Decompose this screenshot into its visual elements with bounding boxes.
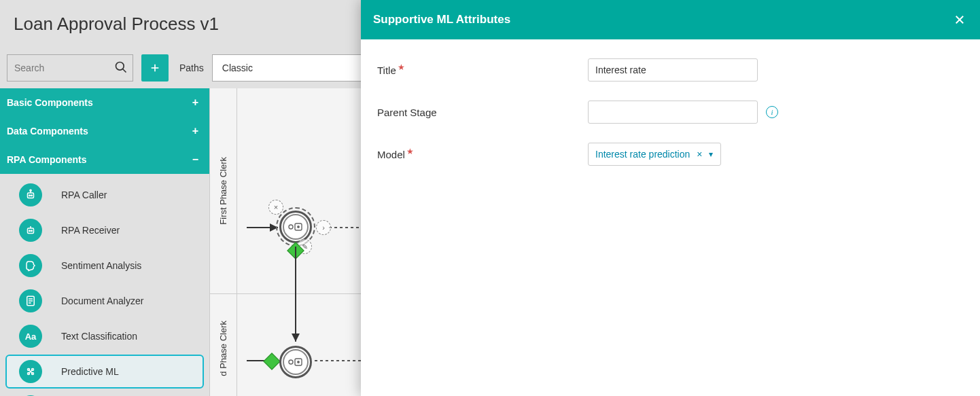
component-label: RPA Caller — [61, 190, 107, 200]
component-predictive-ml[interactable]: Predictive ML — [5, 355, 204, 389]
head-icon — [19, 254, 42, 277]
svg-point-6 — [31, 195, 33, 196]
close-icon — [953, 14, 966, 26]
svg-point-11 — [31, 230, 33, 232]
add-button[interactable] — [141, 54, 169, 82]
svg-point-5 — [29, 195, 31, 196]
chevron-down-icon[interactable]: ▾ — [709, 149, 713, 159]
sidebar: Basic Components + Data Components + RPA… — [0, 88, 209, 396]
paths-label: Paths — [179, 62, 204, 73]
rpa-component-list: RPA Caller RPA Receiver Sentiment Analys… — [0, 174, 209, 396]
node-handle-next[interactable]: › — [316, 220, 331, 235]
field-label-title: Title★ — [377, 65, 588, 76]
node-handle-close[interactable]: × — [268, 200, 283, 215]
svg-point-10 — [29, 230, 31, 232]
component-label: Document Analyzer — [61, 295, 143, 306]
text-aa-icon: Aa — [19, 325, 42, 348]
panel-body: Title★ Parent Stage i Model★ Interest ra… — [361, 39, 980, 204]
plus-icon — [150, 62, 160, 73]
field-label-parent-stage: Parent Stage — [377, 107, 588, 118]
component-rpa-caller[interactable]: RPA Caller — [5, 178, 204, 212]
svg-point-34 — [289, 360, 293, 364]
svg-point-28 — [289, 225, 293, 229]
collapse-icon: − — [192, 154, 203, 166]
field-label-model: Model★ — [377, 149, 588, 160]
workflow-node-1[interactable] — [279, 211, 312, 243]
expand-icon: + — [192, 125, 203, 137]
search-icon — [114, 60, 128, 74]
panel-title: Supportive ML Attributes — [373, 13, 510, 26]
section-label: RPA Components — [7, 154, 86, 165]
component-label: Predictive ML — [61, 366, 119, 377]
component-selenium-rpa[interactable]: Selenium RPA — [5, 390, 204, 396]
section-label: Data Components — [7, 126, 88, 137]
document-icon — [19, 289, 42, 312]
model-select[interactable]: Interest rate prediction × ▾ — [588, 143, 721, 166]
section-rpa-components[interactable]: RPA Components − — [0, 145, 209, 174]
expand-icon: + — [192, 96, 203, 109]
paths-select[interactable]: Classic — [212, 54, 371, 82]
component-sentiment-analysis[interactable]: Sentiment Analysis — [5, 249, 204, 283]
section-basic-components[interactable]: Basic Components + — [0, 88, 209, 117]
svg-point-0 — [116, 62, 124, 71]
required-star-icon: ★ — [398, 62, 405, 72]
field-row-parent-stage: Parent Stage i — [377, 101, 964, 124]
workflow-node-2[interactable] — [279, 346, 312, 378]
lane-label: First Phase Clerk — [210, 88, 237, 293]
required-star-icon: ★ — [406, 147, 414, 156]
component-label: Sentiment Analysis — [61, 260, 141, 271]
section-data-components[interactable]: Data Components + — [0, 117, 209, 145]
title-input[interactable] — [588, 58, 758, 82]
component-label: RPA Receiver — [61, 225, 120, 236]
section-label: Basic Components — [7, 97, 93, 108]
clear-selection-icon[interactable]: × — [697, 149, 702, 160]
svg-point-36 — [298, 361, 299, 363]
component-text-classification[interactable]: Aa Text Classification — [5, 319, 204, 353]
lane-label: d Phase Clerk — [210, 294, 237, 396]
search-wrap — [7, 54, 133, 82]
field-row-model: Model★ Interest rate prediction × ▾ — [377, 143, 964, 166]
parent-stage-input[interactable] — [588, 101, 758, 124]
svg-line-1 — [123, 69, 126, 73]
svg-point-30 — [298, 226, 299, 228]
robot-receive-icon — [19, 219, 42, 242]
component-label: Text Classification — [61, 331, 137, 342]
field-row-title: Title★ — [377, 58, 964, 82]
node-inner — [283, 214, 309, 240]
node-inner — [283, 349, 309, 375]
close-button[interactable] — [951, 12, 968, 28]
ml-brain-icon — [19, 360, 42, 383]
robot-icon — [19, 183, 42, 206]
svg-point-8 — [30, 190, 31, 191]
info-icon[interactable]: i — [766, 106, 778, 118]
component-rpa-receiver[interactable]: RPA Receiver — [5, 213, 204, 247]
page-title: Loan Approval Process v1 — [14, 14, 219, 35]
attributes-panel: Supportive ML Attributes Title★ Parent S… — [361, 0, 980, 396]
panel-header: Supportive ML Attributes — [361, 0, 980, 39]
component-document-analyzer[interactable]: Document Analyzer — [5, 284, 204, 318]
model-chip-label: Interest rate prediction — [595, 149, 690, 160]
